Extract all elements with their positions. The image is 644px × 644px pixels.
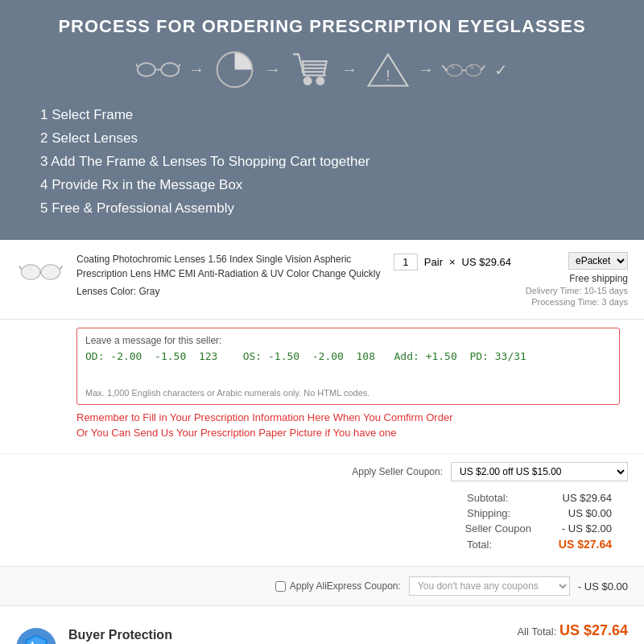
totals-section: Subtotal: US $29.64 Shipping: US $0.00 S… <box>16 488 628 558</box>
step-5: 5 Free & Professional Assembly <box>40 197 620 221</box>
svg-point-17 <box>466 64 481 76</box>
seller-coupon-total-value: - US $2.00 <box>547 522 612 535</box>
svg-line-21 <box>452 67 455 68</box>
glasses2-icon <box>442 52 486 88</box>
step-4: 4 Provide Rx in the Message Box <box>40 174 620 197</box>
svg-point-8 <box>316 77 324 85</box>
arrow-icon-2: → <box>265 60 281 79</box>
coupon-discount: - US $0.00 <box>578 580 628 592</box>
process-icons: → → <box>24 52 620 88</box>
bp-title: Buyer Protection <box>68 628 303 642</box>
free-shipping-label: Free shipping <box>526 273 628 284</box>
message-hint: Max. 1,000 English characters or Arabic … <box>85 388 611 398</box>
quantity-input[interactable] <box>394 254 418 270</box>
product-details: Coating Photochromic Lenses 1.56 Index S… <box>76 252 382 299</box>
shipping-value: US $0.00 <box>547 507 612 519</box>
aliexpress-coupon-section: Apply AliExpress Coupon: You don't have … <box>0 566 644 605</box>
times-symbol: × <box>449 256 456 268</box>
buyer-protection: Buyer Protection ✔ Full Refund if you do… <box>16 628 303 644</box>
total-value: US $27.64 <box>547 538 612 551</box>
main-content: Coating Photochromic Lenses 1.56 Index S… <box>0 240 644 644</box>
svg-line-23 <box>471 67 473 68</box>
arrow-icon-1: → <box>188 60 204 79</box>
arrow-icon-4: → <box>418 60 434 79</box>
message-box-label: Leave a message for this seller: <box>85 335 611 346</box>
shipping-label: Shipping: <box>467 507 531 519</box>
subtotal-label: Subtotal: <box>467 492 531 504</box>
lenses-color-value: Gray <box>138 286 159 297</box>
lenses-color-label: Lenses Color: <box>76 286 136 297</box>
shipping-info: Free shipping Delivery Time: 10-15 days … <box>526 273 628 307</box>
svg-point-25 <box>40 265 60 280</box>
arrow-icon-3: → <box>341 60 357 79</box>
subtotal-value: US $29.64 <box>547 492 612 504</box>
lens-icon <box>213 52 257 88</box>
product-section: Coating Photochromic Lenses 1.56 Index S… <box>0 240 644 320</box>
apply-coupon-label[interactable]: Apply AliExpress Coupon: <box>275 580 401 592</box>
seller-coupon-label: Apply Seller Coupon: <box>352 466 443 477</box>
svg-line-14 <box>442 65 447 70</box>
svg-point-0 <box>138 64 155 76</box>
processing-time: Processing Time: 3 days <box>526 297 628 307</box>
checkmark-icon: ✓ <box>494 60 508 80</box>
unit-label: Pair <box>424 256 443 268</box>
message-box-container: Leave a message for this seller: OD: -2.… <box>76 328 620 405</box>
step-1: 1 Select Frame <box>40 104 620 127</box>
svg-line-3 <box>136 64 138 68</box>
buyer-protection-text: Buyer Protection ✔ Full Refund if you do… <box>68 628 303 644</box>
svg-line-27 <box>19 266 21 270</box>
qty-price: Pair × US $29.64 <box>394 252 511 270</box>
page-title: PROCESS FOR ORDERING PRESCRIPTION EYEGLA… <box>24 16 620 37</box>
all-total-label: All Total: US $27.64 <box>499 622 628 639</box>
svg-point-1 <box>161 64 179 76</box>
svg-line-4 <box>179 64 180 68</box>
all-total-value: US $27.64 <box>559 622 628 638</box>
warning-text: Remember to Fill in Your Prescription In… <box>76 411 628 423</box>
seller-coupon-total-label: Seller Coupon <box>465 522 531 535</box>
warning-icon: ! <box>365 52 410 88</box>
header-banner: PROCESS FOR ORDERING PRESCRIPTION EYEGLA… <box>0 0 644 240</box>
footer-section: Buyer Protection ✔ Full Refund if you do… <box>0 605 644 644</box>
product-name: Coating Photochromic Lenses 1.56 Index S… <box>76 252 382 281</box>
cart-icon <box>289 52 333 88</box>
aliexpress-coupon-select[interactable]: You don't have any coupons <box>409 576 570 596</box>
seller-coupon-select[interactable]: US $2.00 off US $15.00 <box>451 462 628 481</box>
step-3: 3 Add The Frame & Lenses To Shopping Car… <box>40 151 620 174</box>
svg-line-28 <box>60 266 62 270</box>
alt-text: Or You Can Send Us Your Prescription Pap… <box>76 427 628 439</box>
total-label: Total: <box>467 539 531 551</box>
svg-point-7 <box>304 77 312 85</box>
shipping-method-select[interactable]: ePacket <box>568 252 628 270</box>
coupon-section: Apply Seller Coupon: US $2.00 off US $15… <box>0 453 644 566</box>
svg-point-24 <box>21 265 40 280</box>
svg-line-19 <box>481 65 485 70</box>
shield-icon <box>16 628 56 644</box>
product-image <box>16 252 64 292</box>
process-steps: 1 Select Frame 2 Select Lenses 3 Add The… <box>24 104 620 220</box>
delivery-time: Delivery Time: 10-15 days <box>526 286 628 295</box>
apply-coupon-text: Apply AliExpress Coupon: <box>290 580 401 592</box>
svg-point-15 <box>447 64 462 76</box>
message-textarea[interactable]: OD: -2.00 -1.50 123 OS: -1.50 -2.00 108 … <box>85 350 611 382</box>
confirm-section: All Total: US $27.64 Confirm & Pay <box>499 622 628 644</box>
svg-text:!: ! <box>386 67 390 84</box>
message-section: Leave a message for this seller: OD: -2.… <box>0 320 644 453</box>
step-2: 2 Select Lenses <box>40 127 620 151</box>
product-price: US $29.64 <box>462 256 511 268</box>
lenses-color: Lenses Color: Gray <box>76 284 382 299</box>
glasses-icon <box>136 52 180 88</box>
apply-coupon-checkbox[interactable] <box>275 581 286 592</box>
